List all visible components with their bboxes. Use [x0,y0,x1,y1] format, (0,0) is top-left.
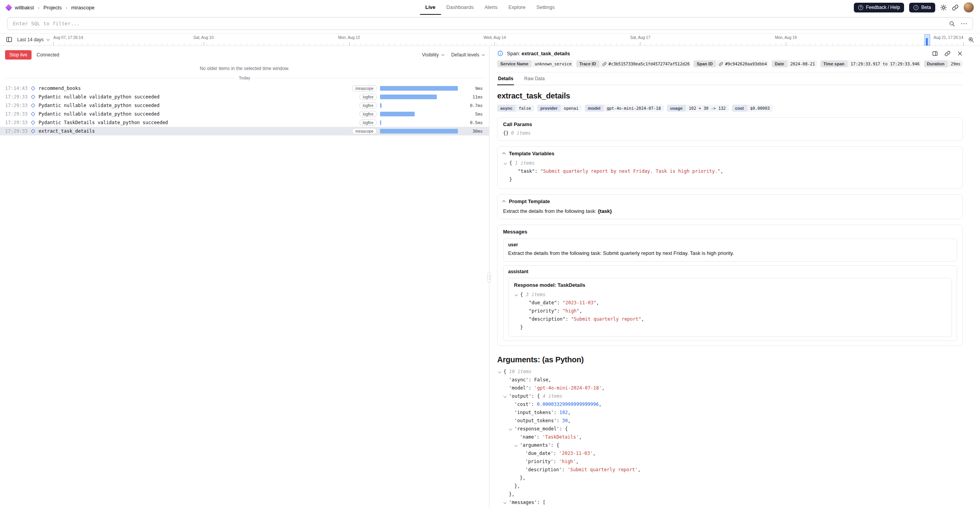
beta-label: Beta [921,5,931,10]
info-icon [913,5,918,10]
breadcrumb-projects[interactable]: Projects [43,5,62,11]
span-info-icon [497,50,503,56]
log-list: 17:14:43 recommend_books mirascope 9ms 1… [0,84,489,135]
log-row-selected[interactable]: 17:29:33 extract_task_details mirascope … [0,127,489,135]
app-root: willbakst Projects mirascope Live Dashbo… [0,0,980,509]
user-avatar[interactable] [964,2,974,12]
message-role: assistant [508,269,952,274]
badge-value: $0.00003 [747,105,773,112]
duration-badge: Duration 29ms [924,60,963,67]
log-row[interactable]: 17:14:43 recommend_books mirascope 9ms [0,84,489,93]
visibility-dropdown[interactable]: Visibility [422,52,443,58]
assistant-message: assistant Response model: TaskDetails { … [503,265,957,341]
badge-label: async [497,105,516,112]
log-scope-tag: logfire [359,94,377,100]
badge-value[interactable]: #c3b5157330ea5c1fd4572747af512d26 [599,60,691,67]
badge-label: provider [537,105,561,112]
duration-bar-track [380,95,461,99]
nav-tab-dashboards[interactable]: Dashboards [441,0,479,15]
timeline-date-label: Mon, Aug 12 [338,35,360,40]
response-model-title: Response model: TaskDetails [514,282,946,288]
timeline-date-label: Wed, Aug 14 [484,35,506,40]
copy-link-icon[interactable] [945,51,950,56]
usage-badge: usage 102 + 30 -> 132 [667,105,729,112]
log-duration: 5ms [464,112,483,117]
duration-bar [380,95,437,99]
breadcrumb-org[interactable]: willbakst [15,5,34,11]
expand-panel-icon[interactable] [932,51,938,56]
span-detail-panel: Span: extract_task_details [489,46,980,509]
beta-button[interactable]: Beta [909,3,935,12]
span-title-prefix: Span: [507,51,520,56]
connection-status: Connected [37,52,59,58]
timeline-bar: Last 14 days Aug 07, 17:26:14Sat, Aug 10… [0,33,980,46]
timeline-track[interactable]: Aug 07, 17:26:14Sat, Aug 10Mon, Aug 12We… [53,33,963,46]
badge-value: false [516,105,534,112]
log-row[interactable]: 17:29:33 Pydantic nullable validate_pyth… [0,110,489,118]
duration-bar-track [380,129,461,133]
duration-bar-track [380,120,461,125]
more-options-icon[interactable] [961,20,967,27]
link-icon [719,62,723,66]
nav-tab-alerts[interactable]: Alerts [479,0,503,15]
org-logo-icon[interactable] [5,4,12,11]
sql-filter-bar [0,15,980,33]
nav-tab-live[interactable]: Live [420,0,441,15]
template-variables-title[interactable]: Template Variables [503,151,957,156]
nav-tab-settings[interactable]: Settings [531,0,560,15]
span-diamond-icon [31,129,35,133]
arguments-python: { 10 items'async': False,'model': 'gpt-4… [497,368,963,507]
span-diamond-icon [31,95,35,99]
sidebar-toggle-icon[interactable] [6,36,12,43]
feedback-help-button[interactable]: Feedback / Help [854,3,904,12]
timeline-date-label: Aug 21, 17:26:14 [934,35,963,40]
breadcrumb-project[interactable]: mirascope [71,5,95,11]
share-link-icon[interactable] [952,4,959,11]
badge-label: usage [667,105,686,112]
tab-details[interactable]: Details [497,72,514,85]
log-message: Pydantic nullable validate_python succee… [39,103,356,108]
close-icon[interactable] [957,51,963,56]
sql-filter-input[interactable] [13,21,943,26]
topbar-actions: Feedback / Help Beta [854,2,974,12]
breadcrumb-separator-icon [65,5,67,11]
main-nav: Live Dashboards Alerts Explore Settings [420,0,560,15]
duration-bar-track [380,103,461,108]
empty-window-notice: No older items in the selected time wind… [0,66,489,71]
nav-tab-explore[interactable]: Explore [503,0,531,15]
stop-live-button[interactable]: Stop live [5,50,32,60]
badge-label: Service Name [497,60,531,67]
search-icon[interactable] [949,21,955,27]
theme-toggle-icon[interactable] [940,4,947,11]
log-row[interactable]: 17:29:33 Pydantic nullable validate_pyth… [0,93,489,101]
template-variables-section: Template Variables { 1 items"task": "Sub… [497,146,963,189]
log-time: 17:14:43 [5,86,28,91]
badge-label: Span ID [693,60,716,67]
badge-label: Date [772,60,787,67]
log-scope-tag: mirascope [352,128,377,134]
levels-dropdown[interactable]: Default levels [451,52,484,58]
badge-label: cost [732,105,747,112]
badge-value: 102 + 30 -> 132 [686,105,729,112]
log-duration: 30ms [464,129,483,134]
prompt-template-text: Extract the details from the following t… [503,208,957,214]
log-row[interactable]: 17:29:33 Pydantic TaskDetails validate_p… [0,118,489,127]
time-range-label: Last 14 days [17,37,44,42]
log-duration: 0.5ms [464,120,483,125]
detail-scroll-area[interactable]: extract_task_details async false provide… [497,85,963,509]
timeline-selection-bar [926,38,928,46]
collapse-icon [502,152,505,155]
arguments-heading: Arguments: (as Python) [497,355,963,364]
log-row[interactable]: 17:29:33 Pydantic nullable validate_pyth… [0,101,489,110]
feedback-help-label: Feedback / Help [866,5,900,10]
panel-resize-handle[interactable] [487,272,491,283]
time-range-select[interactable]: Last 14 days [17,37,49,42]
badge-value[interactable]: #9c942620aa93dbb4 [716,60,769,67]
chevron-down-icon [441,53,444,56]
zoom-in-icon[interactable] [968,37,974,43]
prompt-template-title[interactable]: Prompt Template [503,198,957,204]
service-name-badge: Service Name unknown_service [497,60,573,67]
trace-id-badge: Trace ID #c3b5157330ea5c1fd4572747af512d… [576,60,690,67]
tab-raw-data[interactable]: Raw Data [523,72,545,85]
span-id-badge: Span ID #9c942620aa93dbb4 [693,60,768,67]
